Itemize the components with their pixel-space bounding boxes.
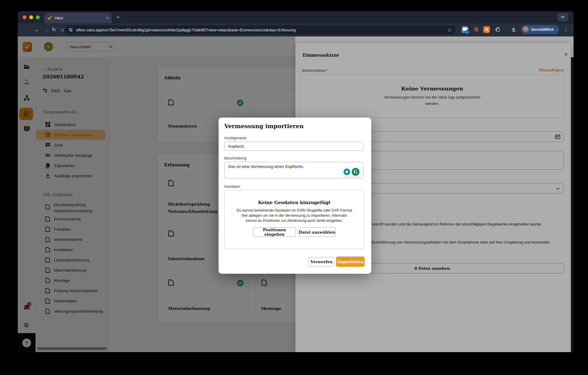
new-tab-button[interactable]: + bbox=[117, 14, 120, 20]
url-bar[interactable]: office.vaira.app/o/c7be7mnm5f1rdro8tg2g/… bbox=[64, 25, 456, 34]
grammarly-g-icon: G bbox=[352, 168, 359, 176]
url-text: office.vaira.app/o/c7be7mnm5f1rdro8tg2g/… bbox=[76, 28, 443, 32]
grammarly-widget[interactable]: G bbox=[341, 167, 361, 176]
modal-title: Vermessung importieren bbox=[224, 123, 304, 129]
downloads-icon[interactable] bbox=[511, 27, 516, 32]
tab-close-icon[interactable]: × bbox=[106, 15, 109, 20]
home-icon[interactable]: ⌂ bbox=[61, 27, 64, 32]
geodata-label: Geodaten bbox=[224, 184, 240, 189]
vaira-favicon-icon bbox=[47, 16, 52, 20]
geodata-dropzone[interactable]: Keine Geodaten hinzugefügt Du kannst bes… bbox=[224, 190, 364, 249]
grammarly-status-icon bbox=[344, 169, 350, 175]
geodata-empty-title: Keine Geodaten hinzugefügt bbox=[225, 200, 364, 205]
tab-title: Vaira bbox=[54, 16, 106, 20]
extension-badge: 9+ bbox=[465, 30, 470, 34]
browser-toolbar: ← → ↻ ⌂ office.vaira.app/o/c7be7mnm5f1rd… bbox=[18, 23, 574, 36]
reload-icon[interactable]: ↻ bbox=[52, 27, 56, 32]
profile-label: Geschäftlich bbox=[531, 27, 554, 32]
browser-tabstrip: Vaira × + bbox=[18, 11, 574, 23]
geodata-description: Du kannst bestehende Geodaten im ESRI-Sh… bbox=[225, 208, 364, 223]
hubspot-sales-icon[interactable] bbox=[483, 26, 490, 33]
discard-button[interactable]: Verwerfen bbox=[309, 257, 334, 266]
enter-positions-button[interactable]: Positionen eingeben bbox=[253, 227, 296, 237]
import-button[interactable]: Importieren bbox=[336, 257, 365, 267]
browser-menu-kebab-icon[interactable]: ⋮ bbox=[564, 27, 568, 32]
browser-window: Vaira × + ← → ↻ ⌂ office.vaira.app/o/c7b… bbox=[18, 11, 574, 352]
back-icon[interactable]: ← bbox=[34, 27, 39, 32]
mac-minimize-button[interactable] bbox=[29, 15, 33, 19]
choose-file-button[interactable]: Datei auswählen bbox=[299, 227, 336, 237]
site-settings-icon[interactable] bbox=[69, 28, 73, 32]
description-label: Beschreibung bbox=[224, 156, 246, 160]
hubspot-icon[interactable] bbox=[473, 27, 479, 33]
mac-close-button[interactable] bbox=[23, 15, 26, 19]
tab-search-button[interactable] bbox=[557, 13, 568, 21]
import-modal: Vermessung importieren Anzeigename Besch… bbox=[219, 118, 371, 274]
bookmark-star-icon[interactable]: ☆ bbox=[447, 27, 452, 33]
browser-tab[interactable]: Vaira × bbox=[44, 13, 112, 23]
extension-icon[interactable]: 9+ bbox=[462, 26, 468, 33]
forward-icon[interactable]: → bbox=[44, 27, 49, 32]
name-label: Anzeigename bbox=[224, 136, 246, 140]
browser-profile-button[interactable]: Geschäftlich bbox=[521, 25, 559, 34]
mac-zoom-button[interactable] bbox=[36, 15, 40, 19]
toolbar-divider bbox=[504, 27, 504, 33]
page-viewport: V Vaira GmbH Ŧ♪&% 3 ⚙ ? bbox=[18, 36, 574, 352]
extensions-puzzle-icon[interactable] bbox=[495, 27, 500, 32]
name-input[interactable] bbox=[224, 142, 364, 151]
profile-avatar bbox=[522, 26, 529, 33]
